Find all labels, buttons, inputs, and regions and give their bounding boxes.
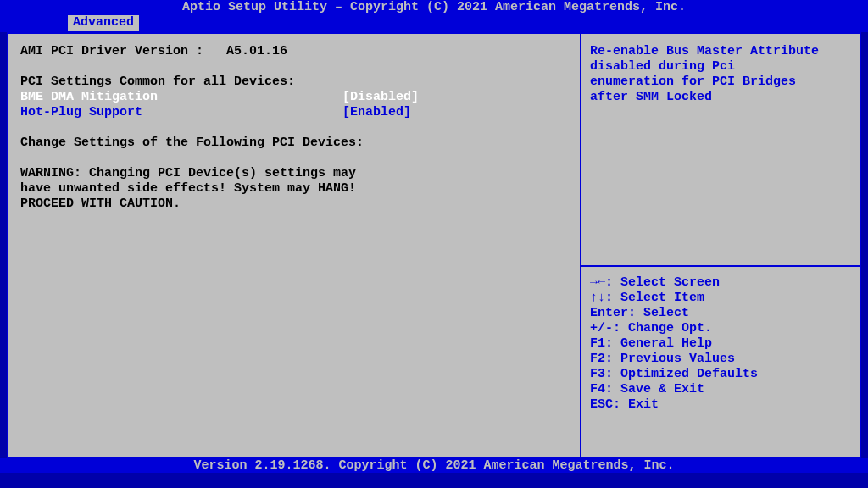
key-select-screen: →←: Select Screen — [590, 275, 851, 291]
settings-panel: AMI PCI Driver Version : A5.01.16 PCI Se… — [8, 34, 580, 457]
driver-version-label: AMI PCI Driver Version : A5.01.16 — [20, 44, 342, 59]
main-frame: AMI PCI Driver Version : A5.01.16 PCI Se… — [7, 32, 861, 458]
hotplug-label: Hot-Plug Support — [20, 105, 342, 120]
tab-advanced[interactable]: Advanced — [68, 15, 139, 30]
bme-label: BME DMA Mitigation — [20, 90, 342, 105]
help-separator — [581, 265, 860, 267]
key-general-help: F1: General Help — [590, 336, 851, 352]
bme-dma-mitigation-row[interactable]: BME DMA Mitigation [Disabled] — [20, 90, 568, 105]
key-change-opt: +/-: Change Opt. — [590, 321, 851, 336]
help-text-3: enumeration for PCI Bridges — [590, 75, 851, 90]
warning-line-1: WARNING: Changing PCI Device(s) settings… — [20, 166, 568, 181]
title-bar: Aptio Setup Utility – Copyright (C) 2021… — [0, 0, 868, 15]
key-enter: Enter: Select — [590, 306, 851, 321]
footer-bar: Version 2.19.1268. Copyright (C) 2021 Am… — [0, 458, 868, 473]
help-panel: Re-enable Bus Master Attribute disabled … — [580, 34, 860, 457]
key-save-exit: F4: Save & Exit — [590, 382, 851, 397]
key-select-item: ↑↓: Select Item — [590, 291, 851, 306]
warning-line-3: PROCEED WITH CAUTION. — [20, 197, 568, 212]
bme-value: [Disabled] — [342, 90, 419, 105]
common-heading: PCI Settings Common for all Devices: — [20, 75, 568, 90]
key-optimized-defaults: F3: Optimized Defaults — [590, 367, 851, 382]
key-esc-exit: ESC: Exit — [590, 397, 851, 413]
driver-version-row: AMI PCI Driver Version : A5.01.16 — [20, 44, 568, 59]
key-previous-values: F2: Previous Values — [590, 352, 851, 367]
help-text-2: disabled during Pci — [590, 59, 851, 75]
change-heading: Change Settings of the Following PCI Dev… — [20, 136, 568, 151]
help-text-4: after SMM Locked — [590, 90, 851, 105]
hot-plug-support-row[interactable]: Hot-Plug Support [Enabled] — [20, 105, 568, 120]
tab-bar: Advanced — [0, 15, 868, 32]
warning-line-2: have unwanted side effects! System may H… — [20, 181, 568, 197]
help-text-1: Re-enable Bus Master Attribute — [590, 44, 851, 59]
hotplug-value: [Enabled] — [342, 105, 411, 120]
